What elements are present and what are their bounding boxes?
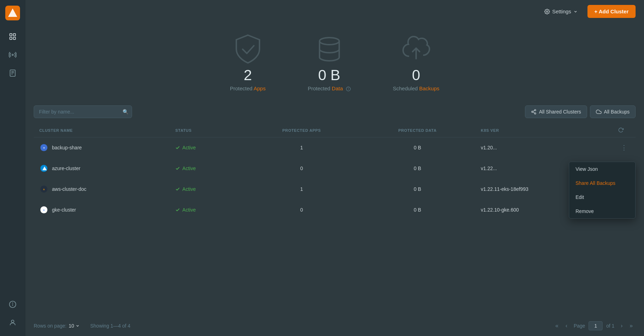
cell-protected-data: 0 B xyxy=(360,137,475,158)
context-menu: ➔ View Json Share All Backups Edit Remov… xyxy=(569,162,636,219)
cell-protected-data: 0 B xyxy=(360,179,475,200)
page-first-button[interactable]: « xyxy=(552,321,561,330)
settings-button[interactable]: Settings xyxy=(540,6,581,17)
main-content: Settings + Add Cluster 2 Protected Apps xyxy=(25,0,644,336)
cell-cluster-name: azure-cluster xyxy=(34,158,170,179)
cell-protected-data: 0 B xyxy=(360,200,475,220)
stat-protected-data: 0 B Protected Data xyxy=(308,33,350,91)
status-label: Active xyxy=(182,207,196,213)
status-active: Active xyxy=(175,207,238,213)
col-cluster-name: CLUSTER NAME xyxy=(34,124,170,137)
cluster-name-text: gke-cluster xyxy=(52,207,76,213)
all-backups-button[interactable]: All Backups xyxy=(590,105,636,118)
status-active: Active xyxy=(175,145,238,150)
context-menu-share-backups[interactable]: Share All Backups xyxy=(569,176,635,190)
cell-protected-apps: 1 xyxy=(244,137,360,158)
rows-per-page-label: Rows on page: xyxy=(34,323,66,329)
cluster-table: CLUSTER NAME STATUS PROTECTED APPS PROTE… xyxy=(34,124,636,220)
sidebar-item-docs[interactable] xyxy=(5,65,20,81)
sidebar-item-info[interactable] xyxy=(5,297,20,312)
cell-cluster-name: ⎈ backup-share xyxy=(34,137,170,158)
protected-data-number: 0 B xyxy=(318,68,340,83)
all-backups-label: All Backups xyxy=(604,109,630,115)
cluster-icon-backup-share: ⎈ xyxy=(39,143,48,152)
cluster-icon-azure-cluster xyxy=(39,164,48,173)
col-actions xyxy=(612,124,636,137)
toolbar-right: All Shared Clusters All Backups ➔ View J… xyxy=(525,105,636,118)
filter-wrap: 🔍 xyxy=(34,105,132,118)
cell-protected-apps: 0 xyxy=(244,158,360,179)
context-menu-edit[interactable]: Edit xyxy=(569,190,635,204)
settings-label: Settings xyxy=(552,8,571,14)
page-number-input[interactable] xyxy=(589,321,603,330)
sidebar-item-user[interactable] xyxy=(5,315,20,330)
share-backups-label: Share All Backups xyxy=(576,180,616,186)
sidebar-item-dashboard[interactable] xyxy=(5,29,20,44)
sidebar-item-signal[interactable] xyxy=(5,47,20,63)
svg-point-23 xyxy=(534,113,536,114)
cell-status: Active xyxy=(170,158,243,179)
table-header-row: CLUSTER NAME STATUS PROTECTED APPS PROTE… xyxy=(34,124,636,137)
svg-line-24 xyxy=(533,112,535,113)
cluster-name-text: backup-share xyxy=(52,145,82,150)
row-more-button[interactable]: ⋮ xyxy=(618,142,630,153)
add-cluster-label: + Add Cluster xyxy=(594,8,629,14)
remove-label: Remove xyxy=(576,208,594,214)
page-prev-button[interactable]: ‹ xyxy=(563,321,570,330)
cell-status: Active xyxy=(170,137,243,158)
filter-input[interactable] xyxy=(34,105,132,118)
col-protected-apps: PROTECTED APPS xyxy=(244,124,360,137)
table-row: azure-cluster Active 0 0 B v1.22... ⋮ xyxy=(34,158,636,179)
svg-rect-5 xyxy=(13,37,15,39)
col-k8s-ver: K8S VER xyxy=(475,124,612,137)
cloud-icon xyxy=(596,109,602,115)
cluster-icon-gke-cluster: G xyxy=(39,205,48,214)
header: Settings + Add Cluster xyxy=(25,0,644,23)
page-last-button[interactable]: » xyxy=(627,321,636,330)
app-logo[interactable] xyxy=(5,6,20,20)
cluster-table-body: ⎈ backup-share Active 1 0 B v1.20... ⋮ xyxy=(34,137,636,220)
svg-point-21 xyxy=(534,109,536,111)
scheduled-backups-label: Scheduled Backups xyxy=(393,85,440,91)
pagination: « ‹ Page of 1 › » xyxy=(552,321,636,330)
table-footer: Rows on page: 10 Showing 1—4 of 4 « ‹ Pa… xyxy=(25,316,644,336)
cell-k8s-ver: v1.20... xyxy=(475,137,612,158)
refresh-icon[interactable] xyxy=(618,127,624,133)
svg-point-6 xyxy=(12,54,13,56)
add-cluster-button[interactable]: + Add Cluster xyxy=(587,5,636,18)
page-label: Page xyxy=(572,323,587,329)
database-icon xyxy=(314,33,345,65)
table-toolbar: 🔍 All Shared Clusters xyxy=(34,105,636,118)
context-menu-view-json[interactable]: View Json xyxy=(569,162,635,176)
cluster-icon-aws-cluster-doc: a xyxy=(39,185,48,194)
share-icon xyxy=(531,109,537,115)
protected-apps-highlight: Apps xyxy=(254,85,265,91)
cell-protected-data: 0 B xyxy=(360,158,475,179)
cloud-backup-icon xyxy=(400,33,432,65)
svg-rect-4 xyxy=(9,37,12,39)
svg-text:a: a xyxy=(43,188,45,190)
table-row: G gke-cluster Active 0 0 B v1.22.10-gke.… xyxy=(34,200,636,220)
protected-data-highlight: Data xyxy=(332,85,343,91)
checkmark-icon xyxy=(175,166,180,171)
scheduled-backups-number: 0 xyxy=(412,68,420,83)
table-row: ⎈ backup-share Active 1 0 B v1.20... ⋮ xyxy=(34,137,636,158)
rows-per-page-select[interactable]: 10 xyxy=(68,323,80,329)
context-menu-remove[interactable]: Remove xyxy=(569,204,635,218)
cluster-name-text: azure-cluster xyxy=(52,166,80,171)
svg-point-15 xyxy=(546,11,548,12)
all-shared-clusters-button[interactable]: All Shared Clusters xyxy=(525,105,587,118)
status-active: Active xyxy=(175,186,238,192)
shield-icon xyxy=(232,33,264,65)
svg-point-16 xyxy=(320,38,339,45)
page-next-button[interactable]: › xyxy=(618,321,625,330)
cell-protected-apps: 0 xyxy=(244,200,360,220)
cell-actions: ⋮ xyxy=(612,137,636,158)
rows-per-page-value: 10 xyxy=(68,323,74,329)
sidebar xyxy=(0,0,25,336)
table-row: a aws-cluster-doc Active 1 0 B v1.22.11-… xyxy=(34,179,636,200)
cell-cluster-name: a aws-cluster-doc xyxy=(34,179,170,200)
table-section: 🔍 All Shared Clusters xyxy=(25,105,644,316)
info-icon xyxy=(346,86,351,91)
status-label: Active xyxy=(182,166,196,171)
